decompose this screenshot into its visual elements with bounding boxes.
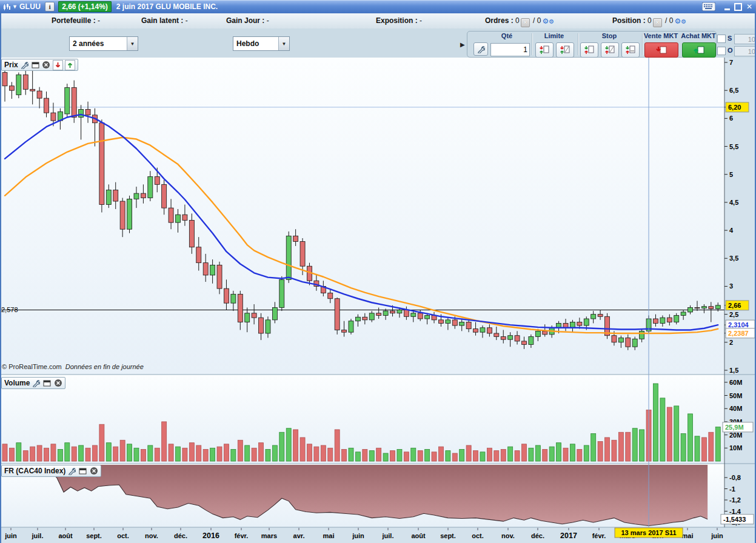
svg-text:juin: juin [4, 532, 17, 539]
gain-jour-value: - [267, 16, 269, 25]
session-info: 2 juin 2017 GLU MOBILE INC. [116, 2, 218, 11]
wrench-icon[interactable] [32, 379, 41, 388]
last-price-badge: 2,66 (+1,14%) [58, 1, 112, 12]
timeframe-select[interactable]: Hebdo ▼ [233, 36, 290, 51]
sell-arrow-icon [655, 45, 667, 55]
svg-text:25,9M: 25,9M [725, 424, 744, 431]
svg-text:10M: 10M [729, 444, 742, 451]
position-suffix: / 0 [665, 16, 673, 25]
buy-stop-button[interactable] [580, 42, 598, 58]
detach-window-icon[interactable] [42, 379, 52, 388]
qty-input[interactable] [490, 43, 530, 56]
svg-text:1,5: 1,5 [729, 367, 738, 374]
axis-marker: 2,2387 [724, 328, 755, 338]
wrench-icon[interactable] [20, 61, 29, 70]
svg-text:avr.: avr. [293, 532, 305, 539]
svg-text:juil.: juil. [382, 532, 394, 539]
gain-jour-label: Gain Jour : [226, 16, 264, 25]
stop-order-toggles: S O [717, 34, 755, 58]
close-icon[interactable] [53, 379, 62, 388]
svg-text:2016: 2016 [202, 531, 219, 540]
gain-latent-field: Gain latent : - [141, 16, 188, 25]
buy-limit-button[interactable] [535, 42, 554, 58]
volume-panel-header: Volume [1, 377, 65, 389]
chevron-down-icon: ▼ [278, 37, 289, 50]
s-checkbox[interactable] [717, 35, 726, 43]
chart-area[interactable]: 76,565,554,543,532,521,560M50M40M30M20M1… [0, 58, 756, 543]
gain-jour-field: Gain Jour : - [226, 16, 269, 25]
toolbar: 2 années ▼ Hebdo ▼ ▼ ▶ [0, 28, 756, 58]
svg-text:6,20: 6,20 [728, 104, 741, 111]
sell-stop-button[interactable] [601, 42, 619, 58]
close-icon[interactable] [42, 61, 51, 70]
info-icon[interactable]: i [45, 2, 55, 12]
trailing-stop-button[interactable] [621, 42, 640, 58]
svg-text:4: 4 [729, 227, 734, 234]
svg-text:2017: 2017 [560, 531, 577, 540]
gain-latent-value: - [186, 16, 188, 25]
buy-shortcut-icon[interactable] [65, 60, 75, 70]
svg-text:mars: mars [261, 532, 277, 539]
index-panel-header: FR (CAC40 Index) [1, 465, 101, 477]
limite-label: Limite [534, 32, 574, 39]
order-settings-button[interactable] [473, 42, 488, 56]
detach-window-icon[interactable] [78, 467, 87, 476]
position-field: Position : 0✕ / 0⚙⚙ [612, 16, 686, 27]
close-button[interactable]: ✕ [746, 0, 752, 13]
position-label: Position : [612, 16, 646, 25]
buy-arrow-icon [693, 45, 705, 55]
svg-text:août: août [58, 532, 73, 539]
timeframe-select-value: Hebdo [233, 39, 278, 48]
ordres-label: Ordres : [485, 16, 513, 25]
detach-window-icon[interactable] [31, 61, 40, 70]
svg-text:5: 5 [729, 171, 733, 178]
keyboard-icon[interactable] [702, 2, 715, 11]
proreal-time-window: ▼ GLUU i 2,66 (+1,14%) 2 juin 2017 GLU M… [0, 0, 756, 543]
minimize-button[interactable] [724, 8, 730, 10]
buy-market-button[interactable] [682, 42, 716, 58]
chevron-down-icon[interactable]: ▼ [12, 4, 18, 10]
position-count: 0 [647, 16, 652, 25]
o-value-input[interactable] [734, 46, 756, 56]
svg-text:-1,5433: -1,5433 [723, 516, 746, 523]
range-select[interactable]: 2 années ▼ [69, 36, 138, 51]
axis-marker: 25,9M [723, 422, 753, 432]
svg-text:60M: 60M [729, 379, 742, 386]
svg-text:mai: mai [323, 532, 335, 539]
o-checkbox[interactable] [717, 47, 726, 55]
chart-canvas[interactable]: 76,565,554,543,532,521,560M50M40M30M20M1… [0, 58, 756, 543]
wrench-icon[interactable] [67, 467, 76, 476]
svg-text:3: 3 [729, 282, 733, 290]
axis-marker: -1,5433 [721, 515, 754, 524]
collapse-arrow-icon[interactable]: ▶ [460, 41, 465, 48]
svg-text:mai: mai [682, 532, 694, 539]
chevron-down-icon: ▼ [127, 37, 138, 50]
sell-market-button[interactable] [644, 42, 678, 58]
sell-limit-button[interactable] [556, 42, 574, 58]
s-value-input[interactable] [734, 34, 756, 44]
ordres-count: 0 [515, 16, 520, 25]
title-bar[interactable]: ▼ GLUU i 2,66 (+1,14%) 2 juin 2017 GLU M… [0, 0, 756, 13]
svg-text:13 mars 2017 S11: 13 mars 2017 S11 [621, 529, 676, 536]
ordres-field: Ordres : 0✕ / 0⚙⚙ [485, 16, 554, 27]
gears-icon[interactable]: ⚙⚙ [674, 17, 686, 25]
svg-text:févr.: févr. [592, 532, 606, 539]
svg-text:juin: juin [711, 532, 723, 539]
axis-marker: 6,20 [724, 102, 749, 112]
maximize-button[interactable] [734, 3, 742, 11]
close-position-icon[interactable]: ✕ [653, 18, 662, 27]
sell-shortcut-icon[interactable] [53, 60, 63, 70]
cancel-orders-icon[interactable]: ✕ [521, 18, 530, 27]
svg-text:40M: 40M [729, 405, 742, 412]
svg-text:3,5: 3,5 [729, 255, 738, 262]
axis-marker: 2,66 [724, 301, 749, 310]
svg-text:20M: 20M [729, 431, 742, 439]
gain-latent-label: Gain latent : [141, 16, 183, 25]
svg-text:sept.: sept. [440, 532, 456, 539]
attribution-text: © ProRealTime.com [2, 363, 62, 370]
gears-icon[interactable]: ⚙⚙ [542, 17, 554, 25]
portefeuille-field: Portefeuille : - [52, 16, 100, 25]
attribution-note: Données en fin de journée [65, 363, 144, 370]
svg-text:déc.: déc. [531, 532, 544, 539]
close-icon[interactable] [89, 467, 98, 476]
